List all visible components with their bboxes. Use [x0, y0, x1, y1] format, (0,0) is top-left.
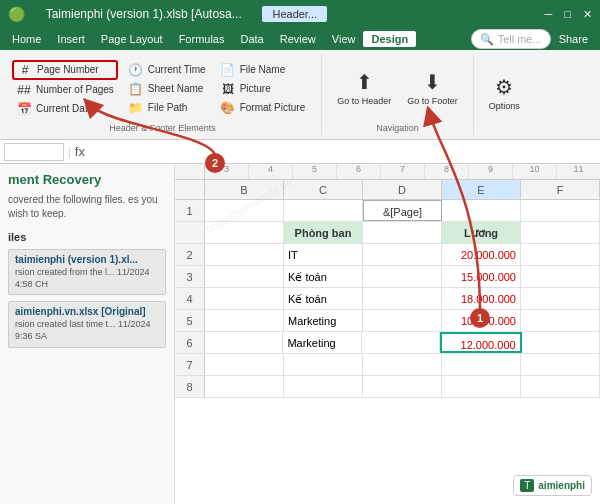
cell-f3[interactable]	[521, 266, 600, 287]
cell-b3[interactable]	[205, 266, 284, 287]
cell-b8[interactable]	[205, 376, 284, 397]
go-to-footer-button[interactable]: ⬇ Go to Footer	[400, 61, 465, 117]
cell-b1[interactable]	[205, 200, 284, 221]
recovery-file-2[interactable]: aimienphi.vn.xlsx [Original] rsion creat…	[8, 301, 166, 347]
recovery-file-1-info: rsion created from the l... 11/2024 4:58…	[15, 267, 159, 290]
menu-formulas[interactable]: Formulas	[171, 31, 233, 47]
cell-e6[interactable]: 12.000.000	[440, 332, 521, 353]
cell-e-luong[interactable]: Lương	[442, 222, 521, 243]
main-content: ment Recovery covered the following file…	[0, 164, 600, 504]
cell-f2[interactable]	[521, 244, 600, 265]
cell-c6[interactable]: Marketing	[283, 332, 361, 353]
cell-e3[interactable]: 15.000.000	[442, 266, 521, 287]
options-button[interactable]: ⚙ Options	[482, 66, 527, 122]
cell-d2[interactable]	[363, 244, 442, 265]
header-tab-label[interactable]: Header...	[262, 6, 327, 22]
logo-text: aimienphi	[538, 480, 585, 491]
cell-f4[interactable]	[521, 288, 600, 309]
picture-button[interactable]: 🖼 Picture	[216, 80, 310, 98]
col-header-e[interactable]: E	[442, 180, 521, 199]
ribbon-buttons-row: # Page Number ## Number of Pages 📅 Curre…	[12, 56, 313, 121]
file-name-button[interactable]: 📄 File Name	[216, 61, 310, 79]
go-to-header-button[interactable]: ⬆ Go to Header	[330, 61, 398, 117]
cell-d-header-empty[interactable]	[363, 222, 442, 243]
cell-e1[interactable]	[442, 200, 521, 221]
menu-page-layout[interactable]: Page Layout	[93, 31, 171, 47]
format-picture-button[interactable]: 🎨 Format Picture	[216, 99, 310, 117]
cell-d4[interactable]	[363, 288, 442, 309]
menu-view[interactable]: View	[324, 31, 364, 47]
options-buttons-row: ⚙ Options	[482, 56, 527, 131]
formula-input[interactable]	[89, 143, 596, 161]
cell-f-header-empty[interactable]	[521, 222, 600, 243]
cell-c5[interactable]: Marketing	[284, 310, 363, 331]
menu-bar: Home Insert Page Layout Formulas Data Re…	[0, 28, 600, 50]
cell-d1[interactable]: &[Page]	[363, 200, 443, 221]
minimize-button[interactable]: ─	[545, 8, 553, 21]
cell-e2[interactable]: 20.000.000	[442, 244, 521, 265]
tell-me-box[interactable]: 🔍 Tell me...	[471, 29, 551, 49]
sheet-row-4: 4 Kế toán 18.000.000	[175, 288, 600, 310]
cell-b2[interactable]	[205, 244, 284, 265]
cell-b7[interactable]	[205, 354, 284, 375]
cell-c1[interactable]	[284, 200, 363, 221]
cell-e7[interactable]	[442, 354, 521, 375]
maximize-button[interactable]: □	[564, 8, 571, 21]
menu-data[interactable]: Data	[232, 31, 271, 47]
cell-c7[interactable]	[284, 354, 363, 375]
cell-c3[interactable]: Kế toán	[284, 266, 363, 287]
current-time-button[interactable]: 🕐 Current Time	[124, 61, 210, 79]
col-header-d[interactable]: D	[363, 180, 442, 199]
cell-f5[interactable]	[521, 310, 600, 331]
navigation-label: Navigation	[330, 121, 465, 133]
cell-e5[interactable]: 10.000.000	[442, 310, 521, 331]
cell-d3[interactable]	[363, 266, 442, 287]
cell-b4[interactable]	[205, 288, 284, 309]
cell-b6[interactable]	[205, 332, 283, 353]
cell-f1[interactable]	[521, 200, 600, 221]
cell-e4[interactable]: 18.000.000	[442, 288, 521, 309]
row-num-7: 7	[175, 354, 205, 375]
name-box[interactable]	[4, 143, 64, 161]
cell-c8[interactable]	[284, 376, 363, 397]
ruler-6: 6	[337, 164, 381, 179]
sheet-icon: 📋	[128, 82, 144, 96]
recovery-title: ment Recovery	[8, 172, 166, 187]
go-header-icon: ⬆	[356, 70, 373, 94]
close-button[interactable]: ✕	[583, 8, 592, 21]
cell-d7[interactable]	[363, 354, 442, 375]
current-date-button[interactable]: 📅 Current Date	[12, 100, 118, 118]
cell-d6[interactable]	[362, 332, 440, 353]
formula-divider: |	[68, 146, 71, 158]
ribbon: # Page Number ## Number of Pages 📅 Curre…	[0, 50, 600, 140]
recovery-file-1[interactable]: taimienphi (version 1).xl... rsion creat…	[8, 249, 166, 295]
menu-review[interactable]: Review	[272, 31, 324, 47]
cell-f7[interactable]	[521, 354, 600, 375]
search-icon: 🔍	[480, 33, 494, 46]
menu-design[interactable]: Design	[363, 31, 416, 47]
cell-d8[interactable]	[363, 376, 442, 397]
cell-f6[interactable]	[522, 332, 600, 353]
cell-c2[interactable]: IT	[284, 244, 363, 265]
ruler-11: 11	[557, 164, 600, 179]
file-path-button[interactable]: 📁 File Path	[124, 99, 210, 117]
ruler-numbers: 3 4 5 6 7 8 9 10 11	[205, 164, 600, 179]
cell-e8[interactable]	[442, 376, 521, 397]
row-num-corner	[175, 180, 205, 199]
cell-f8[interactable]	[521, 376, 600, 397]
menu-insert[interactable]: Insert	[49, 31, 93, 47]
share-button[interactable]: Share	[551, 31, 596, 47]
cell-b-header-empty[interactable]	[205, 222, 284, 243]
menu-home[interactable]: Home	[4, 31, 49, 47]
ruler-3: 3	[205, 164, 249, 179]
sheet-name-button[interactable]: 📋 Sheet Name	[124, 80, 210, 98]
col-header-c[interactable]: C	[284, 180, 363, 199]
cell-b5[interactable]	[205, 310, 284, 331]
number-of-pages-button[interactable]: ## Number of Pages	[12, 81, 118, 99]
cell-d5[interactable]	[363, 310, 442, 331]
cell-c-phong-ban[interactable]: Phòng ban	[284, 222, 363, 243]
col-header-f[interactable]: F	[521, 180, 600, 199]
col-header-b[interactable]: B	[205, 180, 284, 199]
cell-c4[interactable]: Kế toán	[284, 288, 363, 309]
page-number-button[interactable]: # Page Number	[12, 60, 118, 80]
